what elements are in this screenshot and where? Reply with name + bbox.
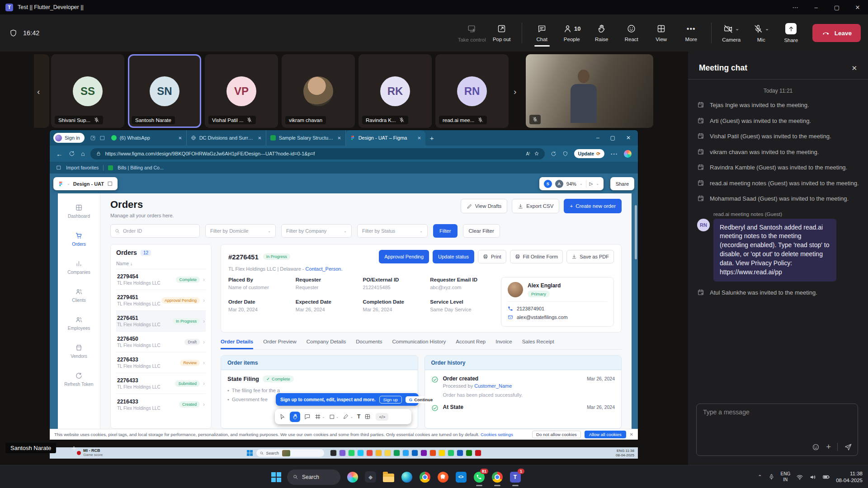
filter-apply-button[interactable]: Filter	[433, 224, 458, 238]
window-close-button[interactable]: ✕	[847, 0, 868, 14]
figma-logo-icon[interactable]	[58, 181, 64, 187]
google-continue-button[interactable]: GContinue	[406, 396, 437, 403]
workspaces-icon[interactable]	[90, 135, 96, 141]
zoom-level[interactable]: 94%	[566, 181, 576, 187]
tab-close-icon[interactable]: ✕	[417, 136, 421, 141]
fill-online-form-button[interactable]: Fill Online Form	[510, 250, 563, 263]
start-icon[interactable]	[247, 450, 253, 456]
taskbar-search[interactable]: Search	[287, 469, 340, 485]
volume-icon[interactable]	[809, 474, 816, 481]
video-tile[interactable]: VP Vishal Patil ...	[205, 54, 278, 128]
whatsapp-icon[interactable]: 81	[473, 471, 485, 483]
browser-tab[interactable]: Sample Salary Structure with calc✕	[266, 130, 346, 145]
layout-icon[interactable]	[107, 181, 113, 187]
refresh-icon[interactable]	[69, 150, 75, 157]
sidebar-item-companies[interactable]: Companies	[58, 253, 100, 281]
order-row[interactable]: 2279454TL Flex Holdings LLC Complete ›	[116, 269, 206, 290]
tab-invoice[interactable]: Invoice	[495, 339, 512, 349]
video-tile[interactable]: vikram chavan	[282, 54, 355, 128]
order-row[interactable]: 2216433TL Flex Holdings LLC Created ›	[116, 394, 206, 415]
figma-share-pill[interactable]: Share	[610, 177, 634, 190]
browser-minimize-button[interactable]: –	[596, 135, 599, 141]
browser-tab-active[interactable]: Design - UAT – Figma✕	[346, 130, 425, 145]
bookmark-bills[interactable]: Bills | Billing and Co...	[118, 165, 163, 170]
wifi-icon[interactable]	[796, 474, 803, 481]
address-bar[interactable]: https://www.figma.com/design/9BKQ0FOHRWa…	[90, 148, 544, 160]
tab-close-icon[interactable]: ✕	[178, 136, 182, 141]
video-tile[interactable]: RK Ravindra K...	[359, 54, 432, 128]
read-aloud-icon[interactable]: A⁾	[526, 151, 530, 156]
contact-email[interactable]: alex@vstatefilings.com	[517, 314, 568, 320]
contact-person-link[interactable]: Contact_Person.	[306, 266, 343, 272]
sidebar-item-employees[interactable]: Employees	[58, 309, 100, 337]
export-csv-button[interactable]: Export CSV	[512, 199, 559, 213]
sports-widget[interactable]: MI - RCB Game score	[77, 449, 103, 457]
zoom-chevron[interactable]: ⌄	[580, 182, 583, 186]
windows-start-icon[interactable]	[271, 472, 281, 482]
extension-icon[interactable]	[562, 151, 568, 157]
sidebar-item-refresh-token[interactable]: Refresh Token	[58, 365, 100, 393]
shape-tool-icon[interactable]: ⌄	[329, 414, 339, 420]
new-tab-button[interactable]: +	[430, 134, 434, 142]
browser-tab[interactable]: (6) WhatsApp✕	[107, 130, 187, 145]
tab-close-icon[interactable]: ✕	[337, 136, 341, 141]
customer-name-link[interactable]: Customer_Name	[474, 383, 512, 389]
camera-options-chevron[interactable]: ⌄	[735, 26, 739, 31]
share-screen-button[interactable]: Share	[777, 21, 805, 45]
chat-button[interactable]: Chat	[528, 22, 556, 44]
language-indicator[interactable]: ENG IN	[781, 471, 791, 483]
filter-company-select[interactable]: Filter by Company⌄	[281, 224, 352, 238]
view-button[interactable]: View	[647, 22, 675, 44]
browser-tab[interactable]: DC Divisions and Surroundings✕	[187, 130, 266, 145]
window-more-button[interactable]: ⋯	[785, 0, 806, 14]
create-new-order-button[interactable]: +Create new order	[564, 199, 622, 213]
page-scrollbar[interactable]	[635, 205, 637, 259]
sidebar-item-clients[interactable]: Clients	[58, 281, 100, 309]
tab-communication-history[interactable]: Communication History	[392, 339, 446, 349]
order-id-search[interactable]	[110, 224, 200, 238]
battery-icon[interactable]	[822, 473, 830, 481]
order-row[interactable]: 2276450TL Flex Holdings LLC Draft ›	[116, 332, 206, 352]
leave-button[interactable]: Leave	[812, 24, 861, 42]
tab-order-details[interactable]: Order Details	[221, 339, 253, 349]
view-drafts-button[interactable]: View Drafts	[461, 199, 508, 213]
react-button[interactable]: React	[618, 22, 646, 44]
tray-mic-icon[interactable]	[768, 474, 775, 480]
tab-sales-receipt[interactable]: Sales Receipt	[522, 339, 554, 349]
copilot-taskbar-icon[interactable]	[346, 471, 359, 483]
tab-order-preview[interactable]: Order Preview	[263, 339, 297, 349]
order-row[interactable]: 2276433TL Flex Holdings LLC Review ›	[116, 352, 206, 373]
cookie-close-icon[interactable]: ✕	[630, 432, 633, 437]
browser-settings-icon[interactable]: ⋯	[610, 150, 618, 158]
deny-cookies-button[interactable]: Do not allow cookies	[532, 431, 581, 438]
raise-hand-button[interactable]: Raise	[588, 22, 616, 44]
collaborator-avatar[interactable]: S	[544, 180, 552, 188]
browser-maximize-button[interactable]: ▢	[610, 135, 615, 141]
attach-plus-icon[interactable]: +	[826, 443, 831, 451]
video-tile[interactable]: SN Santosh Narate	[128, 54, 201, 128]
video-tile-spotlight[interactable]	[526, 54, 653, 128]
filter-clear-button[interactable]: Clear Filter	[463, 224, 500, 238]
chat-compose-box[interactable]: +	[696, 404, 858, 456]
chat-message[interactable]: RN Redberyl and Santosh added read.ai me…	[697, 219, 859, 282]
emoji-icon[interactable]	[812, 443, 820, 451]
people-button[interactable]: 10 People	[558, 22, 586, 44]
browser-close-button[interactable]: ✕	[626, 135, 631, 141]
chat-message-list[interactable]: Today 11:21 Tejas Ingle was invited to t…	[688, 80, 868, 397]
contact-phone[interactable]: 2123874901	[517, 306, 544, 311]
comment-tool-icon[interactable]	[304, 413, 311, 420]
order-row-selected[interactable]: 2276451TL Flex Holdings LLC In Progress …	[116, 311, 206, 332]
chat-message-input[interactable]	[703, 408, 851, 416]
frame-tool-icon[interactable]: ⌄	[315, 413, 325, 420]
tiles-scroll-left-chevron[interactable]: ‹	[37, 87, 40, 97]
order-row[interactable]: 2279451TL Flex Holdings LLC Approval Pen…	[116, 290, 206, 311]
mic-options-chevron[interactable]: ⌄	[765, 26, 769, 31]
doc-menu-chevron[interactable]: ⌄	[67, 182, 70, 186]
widgets-icon[interactable]: ◆	[364, 471, 377, 483]
chrome-icon[interactable]	[419, 471, 431, 483]
send-icon[interactable]	[844, 443, 852, 451]
filter-status-select[interactable]: Filter by Status⌄	[357, 224, 428, 238]
cookie-settings-link[interactable]: Cookies settings	[481, 432, 513, 437]
filter-domicile-select[interactable]: Filter by Domicile⌄	[205, 224, 276, 238]
tray-expand-chevron[interactable]: ⌃	[758, 474, 762, 480]
